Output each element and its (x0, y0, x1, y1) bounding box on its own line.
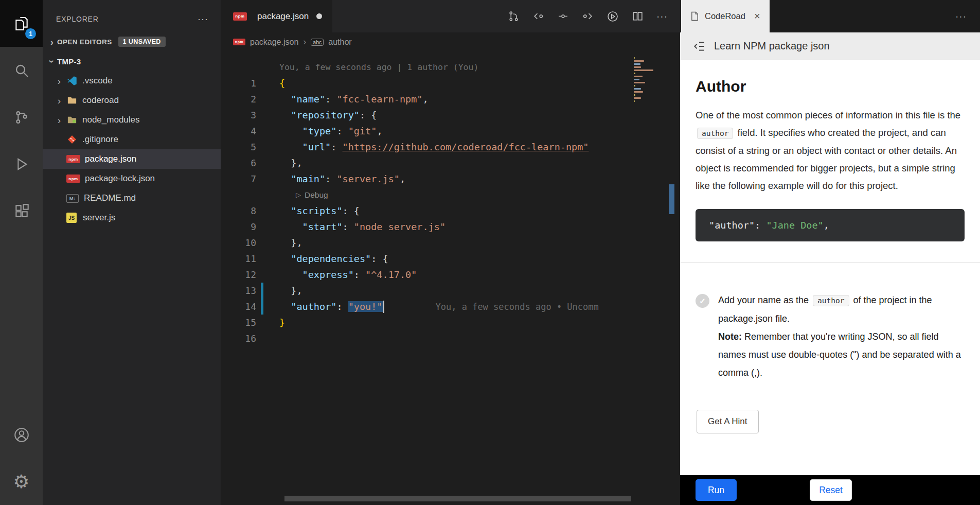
code-token: , (422, 94, 428, 105)
lens-line[interactable]: ▷Debug (221, 187, 680, 203)
reset-button[interactable]: Reset (810, 479, 852, 501)
code-line-4[interactable]: 4 "type": "git", (221, 123, 680, 139)
code-token: "scripts" (291, 205, 342, 216)
code-line-12[interactable]: 12 "express": "^4.17.0" (221, 267, 680, 283)
panel-more-actions-icon[interactable]: ··· (955, 11, 980, 22)
code-token (279, 126, 302, 136)
minimap[interactable] (633, 56, 654, 107)
code-token: "you!" (348, 301, 383, 312)
code-line-9[interactable]: 9 "start": "node server.js" (221, 219, 680, 235)
code-line-11[interactable]: 11 "dependencies": { (221, 251, 680, 267)
dirty-indicator-icon[interactable] (316, 13, 322, 19)
explorer-sidebar: EXPLORER ··· › OPEN EDITORS 1 UNSAVED › … (43, 0, 221, 505)
line-content: "main": "server.js", (263, 173, 405, 184)
code-token: "repository" (291, 110, 360, 120)
close-icon[interactable]: × (754, 10, 760, 22)
more-actions-icon[interactable]: ··· (656, 11, 668, 22)
chevron-right-icon[interactable]: › (54, 76, 64, 86)
code-line-10[interactable]: 10 }, (221, 235, 680, 251)
sidebar-title: EXPLORER (56, 15, 99, 23)
text-run: Add your name as the (718, 295, 811, 305)
chevron-right-icon[interactable]: › (54, 115, 64, 125)
file-icon (690, 11, 699, 21)
tree-item-node_modules[interactable]: ›node_modules (43, 110, 221, 130)
run-button[interactable]: Run (696, 479, 737, 501)
line-content: }, (263, 285, 302, 296)
tree-item-package-lock.json[interactable]: npmpackage-lock.json (43, 169, 221, 188)
code-line-6[interactable]: 6 }, (221, 155, 680, 171)
workspace-root-header[interactable]: › TMP-3 (43, 51, 221, 71)
tree-item-coderoad[interactable]: ›coderoad (43, 91, 221, 110)
code-line-16[interactable]: 16 (221, 330, 680, 346)
compare-changes-icon[interactable] (508, 10, 520, 22)
code-token: "name" (291, 94, 325, 105)
code-token: { (383, 253, 388, 264)
minimap-line (634, 73, 635, 74)
npm-icon: npm (66, 175, 80, 183)
code-line-7[interactable]: 7 "main": "server.js", (221, 171, 680, 187)
collapse-menu-icon[interactable] (692, 40, 706, 53)
line-number: 2 (221, 94, 256, 105)
line-number: 13 (221, 285, 256, 296)
chevron-right-icon[interactable]: › (54, 96, 64, 106)
inline-code: author (813, 295, 849, 306)
code-line-13[interactable]: 13 }, (221, 283, 680, 299)
get-hint-button[interactable]: Get A Hint (697, 410, 759, 433)
vscode-window: 1 ⚙ (0, 0, 980, 505)
tree-item-server.js[interactable]: JSserver.js (43, 208, 221, 228)
run-debug-icon (13, 156, 30, 172)
activity-item-search[interactable] (0, 47, 43, 94)
accounts-icon (13, 426, 30, 444)
current-step-icon[interactable] (557, 10, 569, 22)
git-icon (66, 134, 78, 145)
activity-item-settings[interactable]: ⚙ (0, 458, 43, 505)
text-run: Note: (718, 332, 742, 342)
open-editors-header[interactable]: › OPEN EDITORS 1 UNSAVED (43, 32, 221, 51)
next-step-icon[interactable] (582, 10, 594, 22)
code-line-8[interactable]: 8 "scripts": { (221, 203, 680, 219)
lesson-content: Author One of the most common pieces of … (680, 60, 980, 475)
minimap-line (634, 76, 643, 77)
tab-coderoad[interactable]: CodeRoad × (681, 0, 770, 32)
tree-item-.vscode[interactable]: ›.vscode (43, 71, 221, 91)
horizontal-scrollbar[interactable] (284, 496, 631, 501)
code-line-3[interactable]: 3 "repository": { (221, 107, 680, 123)
run-file-icon[interactable] (607, 10, 619, 23)
activity-item-run-debug[interactable] (0, 141, 43, 187)
code-token (279, 158, 291, 168)
breadcrumb-file[interactable]: package.json (250, 38, 298, 47)
code-token: , (296, 237, 302, 248)
line-number: 4 (221, 126, 256, 136)
tab-label: package.json (257, 11, 309, 22)
activity-item-explorer[interactable]: 1 (0, 0, 43, 47)
activity-item-extensions[interactable] (0, 187, 43, 234)
previous-step-icon[interactable] (532, 10, 544, 22)
code-line-15[interactable]: 15} (221, 315, 680, 330)
sidebar-more-actions-icon[interactable]: ··· (198, 14, 208, 25)
file-label: README.md (84, 193, 136, 203)
tree-item-.gitignore[interactable]: .gitignore (43, 130, 221, 149)
explorer-badge: 1 (25, 28, 36, 39)
code-line-5[interactable]: 5 "url": "https://github.com/coderoad/fc… (221, 139, 680, 155)
tree-item-package.json[interactable]: npmpackage.json (43, 149, 221, 169)
gutter-spacer (261, 330, 263, 346)
blame-line[interactable]: You, a few seconds ago | 1 author (You) (221, 59, 680, 75)
code-token (279, 237, 291, 248)
tree-item-README.md[interactable]: M↓README.md (43, 188, 221, 208)
line-number: 16 (221, 333, 256, 344)
code-token: : (755, 220, 766, 231)
activity-item-source-control[interactable] (0, 94, 43, 141)
split-editor-icon[interactable] (632, 10, 644, 22)
vscode-icon (66, 75, 78, 86)
code-token (279, 285, 291, 296)
activity-item-accounts[interactable] (0, 411, 43, 458)
code-editor[interactable]: You, a few seconds ago | 1 author (You)1… (221, 51, 680, 505)
tab-package-json[interactable]: npm package.json (221, 0, 332, 32)
code-line-1[interactable]: 1{ (221, 75, 680, 91)
code-token: "Jane Doe" (766, 220, 823, 231)
code-line-14[interactable]: 14 "author": "you!"You, a few seconds ag… (221, 299, 680, 315)
code-token: "node server.js" (354, 221, 446, 232)
code-line-2[interactable]: 2 "name": "fcc-learn-npm", (221, 91, 680, 107)
breadcrumb-symbol[interactable]: author (328, 38, 351, 47)
line-content: "author": "you!"You, a few seconds ago •… (263, 301, 599, 313)
